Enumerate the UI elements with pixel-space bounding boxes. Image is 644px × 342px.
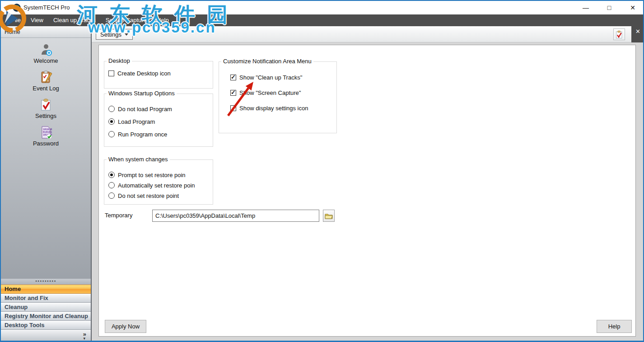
- checkbox-label: Show "Screen Capture": [239, 89, 301, 96]
- radio-row-run-program-once[interactable]: Run Program once: [108, 130, 167, 139]
- checkbox-row-show-display-settings-icon[interactable]: Show display settings icon: [230, 103, 308, 112]
- show-clean-up-tracks-checkbox[interactable]: [230, 75, 236, 80]
- sidebar-item-event-log[interactable]: Event Log: [1, 68, 91, 96]
- sidebar-item-welcome[interactable]: Welcome: [1, 42, 91, 68]
- checkbox-label: Show "Clean up Tracks": [239, 74, 302, 81]
- pane-close-area: ✕: [631, 26, 643, 42]
- checkbox-label: Create Desktop icon: [117, 70, 171, 77]
- title-bar: SystemTECH Pro — □ ✕: [1, 1, 643, 14]
- settings-checklist-icon: [615, 29, 624, 39]
- radio-label: Run Program once: [118, 131, 167, 138]
- nav-item-registry-monitor[interactable]: Registry Monitor and Cleanup: [1, 312, 91, 321]
- sidebar-nav: ▪▪▪▪▪▪▪▪▪ Home Monitor and Fix Cleanup R…: [1, 279, 91, 341]
- sidebar-item-list: Welcome Event Log Settings: [1, 38, 91, 151]
- show-screen-capture-checkbox[interactable]: [230, 90, 236, 96]
- sidebar-item-settings[interactable]: Settings: [1, 96, 91, 123]
- do-not-load-program-radio[interactable]: [108, 106, 115, 112]
- nav-splitter-grip[interactable]: ▪▪▪▪▪▪▪▪▪: [1, 279, 91, 285]
- sidebar-item-label: Welcome: [1, 57, 91, 64]
- welcome-person-icon: [39, 43, 53, 56]
- sidebar-item-password[interactable]: 101010 010101 101010 Password: [1, 123, 91, 151]
- menu-view[interactable]: View: [26, 14, 48, 26]
- radio-row-auto-restore-point[interactable]: Automatically set restore poin: [108, 181, 195, 190]
- sidebar: Home Welcome Event Log: [1, 26, 92, 341]
- settings-panel: Desktop Create Desktop icon Windows Star…: [98, 45, 636, 337]
- group-title: Windows Startup Options: [107, 90, 177, 97]
- pane-close-icon[interactable]: ✕: [635, 28, 640, 35]
- sidebar-item-label: Settings: [1, 112, 91, 119]
- group-title: Customize Notification Area Menu: [221, 58, 313, 65]
- browse-folder-button[interactable]: [323, 210, 335, 222]
- overflow-caret-icon[interactable]: ▾: [83, 336, 85, 341]
- sidebar-item-label: Password: [1, 140, 91, 147]
- nav-overflow-bar: » ▾: [1, 330, 91, 341]
- menu-help[interactable]: Help: [152, 14, 174, 26]
- minimize-icon[interactable]: —: [580, 4, 592, 11]
- radio-label: Prompt to set restore poin: [118, 172, 186, 178]
- auto-restore-point-radio[interactable]: [108, 182, 115, 188]
- settings-checklist-icon: [39, 97, 53, 112]
- sidebar-item-label: Event Log: [1, 85, 91, 92]
- maximize-icon[interactable]: □: [603, 4, 615, 11]
- password-binary-icon: 101010 010101 101010: [39, 125, 53, 139]
- window-controls: — □ ✕: [580, 1, 639, 14]
- checkbox-label: Show display settings icon: [239, 105, 308, 112]
- group-desktop: Desktop Create Desktop icon: [104, 61, 213, 89]
- create-desktop-icon-checkbox[interactable]: [108, 70, 114, 76]
- help-button[interactable]: Help: [597, 320, 632, 333]
- temporary-path-input[interactable]: [152, 210, 319, 222]
- radio-row-no-restore-point[interactable]: Do not set restore point: [108, 191, 179, 200]
- load-program-radio[interactable]: [108, 118, 115, 125]
- group-windows-startup-options: Windows Startup Options Do not load Prog…: [104, 94, 213, 147]
- run-program-once-radio[interactable]: [108, 131, 115, 137]
- settings-page-icon-button[interactable]: [613, 28, 625, 40]
- show-display-settings-icon-checkbox[interactable]: [230, 105, 236, 111]
- group-title: Desktop: [107, 57, 132, 64]
- temporary-label: Temporary: [105, 212, 132, 219]
- app-logo-icon: [13, 4, 21, 12]
- radio-label: Do not load Program: [118, 106, 172, 112]
- radio-label: Do not set restore point: [118, 192, 179, 199]
- prompt-restore-point-radio[interactable]: [108, 172, 115, 178]
- radio-row-do-not-load-program[interactable]: Do not load Program: [108, 104, 172, 113]
- checkbox-row-create-desktop-icon[interactable]: Create Desktop icon: [108, 69, 171, 78]
- nav-item-cleanup[interactable]: Cleanup: [1, 303, 91, 312]
- checkbox-row-show-clean-up-tracks[interactable]: Show "Clean up Tracks": [230, 73, 302, 82]
- group-when-system-changes: When system changes Prompt to set restor…: [104, 159, 213, 205]
- group-title: When system changes: [107, 156, 170, 163]
- chevron-down-icon: [125, 33, 128, 36]
- event-log-clipboard-icon: [39, 70, 53, 84]
- toolbar: Settings: [92, 26, 631, 42]
- apply-now-button[interactable]: Apply Now: [105, 320, 146, 333]
- nav-item-home[interactable]: Home: [1, 285, 91, 294]
- window-title: SystemTECH Pro: [23, 4, 70, 11]
- menu-screen-capture[interactable]: Screen Capture: [101, 14, 152, 26]
- radio-row-prompt-restore-point[interactable]: Prompt to set restore poin: [108, 170, 186, 179]
- radio-row-load-program[interactable]: Load Program: [108, 117, 155, 126]
- checkbox-row-show-screen-capture[interactable]: Show "Screen Capture": [230, 88, 301, 97]
- settings-dropdown-label: Settings: [100, 31, 121, 38]
- app-window: SystemTECH Pro — □ ✕ File View Clean up …: [0, 0, 644, 342]
- menu-clean-up-tracks[interactable]: Clean up Tracks: [48, 14, 101, 26]
- radio-label: Load Program: [118, 118, 155, 125]
- no-restore-point-radio[interactable]: [108, 192, 115, 199]
- radio-label: Automatically set restore poin: [118, 182, 195, 189]
- nav-item-desktop-tools[interactable]: Desktop Tools: [1, 321, 91, 330]
- menu-bar: File View Clean up Tracks Screen Capture…: [1, 14, 643, 26]
- group-notification-area-menu: Customize Notification Area Menu Show "C…: [219, 61, 337, 133]
- sidebar-header: Home: [1, 26, 91, 38]
- settings-dropdown-button[interactable]: Settings: [96, 29, 133, 40]
- close-icon[interactable]: ✕: [627, 4, 639, 11]
- nav-item-monitor-and-fix[interactable]: Monitor and Fix: [1, 294, 91, 303]
- menu-file[interactable]: File: [6, 14, 26, 26]
- folder-icon: [325, 213, 333, 219]
